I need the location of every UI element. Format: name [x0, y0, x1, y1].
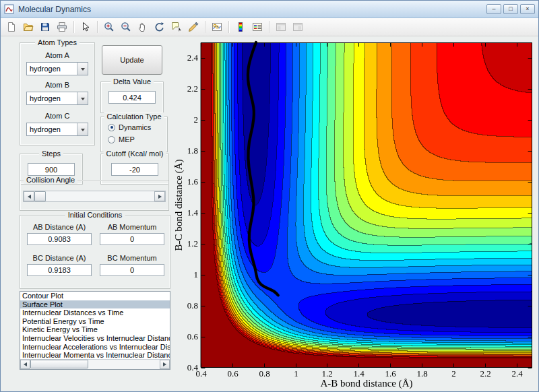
list-item[interactable]: Kinetic Energy vs Time	[20, 325, 170, 334]
scrollbar-track[interactable]	[34, 191, 154, 201]
collision-angle-scrollbar[interactable]	[23, 191, 166, 202]
cutoff-input[interactable]	[111, 163, 158, 176]
plot-type-listbox[interactable]: Contour PlotSurface PlotInternuclear Dis…	[20, 291, 170, 370]
right-arrow-icon	[158, 195, 164, 199]
open-file-button[interactable]	[20, 20, 36, 35]
radio-mep-label: MEP	[119, 135, 135, 143]
minimize-button[interactable]: –	[486, 4, 501, 14]
zoom-in-icon	[104, 22, 115, 32]
atom-c-dropdown[interactable]: hydrogen	[26, 123, 88, 136]
toolbar-separator	[269, 21, 270, 33]
maximize-button[interactable]: □	[503, 4, 518, 14]
atom-types-title: Atom Types	[35, 38, 80, 46]
steps-title: Steps	[39, 150, 63, 158]
atom-a-dropdown[interactable]: hydrogen	[26, 62, 88, 75]
window-title: Molecular Dynamics	[18, 5, 91, 14]
atom-c-label: Atom C	[20, 112, 94, 120]
pes-plot-canvas[interactable]	[173, 38, 537, 390]
close-button[interactable]: ×	[520, 4, 535, 14]
list-item[interactable]: Internuclear Momenta vs Internuclear Dis…	[20, 351, 170, 359]
left-arrow-icon	[26, 195, 31, 199]
figure-toolbar	[1, 18, 538, 36]
scrollbar-thumb[interactable]	[34, 191, 46, 201]
bc-distance-input[interactable]	[27, 264, 92, 276]
edit-plot-button[interactable]	[77, 20, 94, 35]
chevron-down-icon[interactable]	[77, 92, 88, 104]
window-controls: – □ ×	[486, 4, 535, 14]
atom-b-value: hydrogen	[27, 92, 77, 104]
listbox-horizontal-scrollbar[interactable]	[20, 359, 170, 369]
zoom-out-button[interactable]	[118, 20, 134, 35]
right-arrow-icon	[163, 362, 168, 366]
print-figure-button[interactable]	[54, 20, 70, 35]
insert-legend-button[interactable]	[249, 20, 265, 35]
show-plot-tools-icon	[292, 22, 303, 32]
scrollbar-track[interactable]	[30, 360, 160, 369]
radio-dynamics-label: Dynamics	[119, 123, 151, 131]
scrollbar-thumb[interactable]	[30, 360, 88, 368]
new-figure-button[interactable]	[3, 20, 20, 35]
save-figure-button[interactable]	[37, 20, 53, 35]
calculation-type-title: Calculation Type	[104, 112, 164, 121]
scroll-right-button[interactable]	[160, 360, 170, 369]
app-window: Molecular Dynamics – □ × Atom Types Ato	[0, 0, 539, 392]
rotate-3d-icon	[154, 22, 165, 32]
list-item[interactable]: Internuclear Distances vs Time	[20, 308, 170, 317]
chevron-down-icon[interactable]	[77, 123, 88, 135]
delta-value-input[interactable]	[108, 91, 156, 104]
legend-icon	[252, 22, 263, 32]
radio-mep[interactable]: MEP	[108, 135, 135, 143]
bc-momentum-input[interactable]	[100, 264, 164, 276]
atom-b-label: Atom B	[20, 81, 94, 89]
hand-pan-icon	[137, 22, 148, 32]
ab-distance-label: AB Distance (A)	[26, 223, 93, 231]
open-folder-icon	[23, 22, 34, 32]
toolbar-separator	[97, 21, 98, 33]
ab-momentum-input[interactable]	[100, 233, 164, 245]
list-item[interactable]: Potential Energy vs Time	[20, 317, 170, 326]
insert-colorbar-button[interactable]	[232, 20, 249, 35]
ab-momentum-label: AB Momentum	[98, 223, 166, 231]
toolbar-separator	[205, 21, 205, 33]
chevron-down-icon[interactable]	[77, 63, 88, 75]
steps-input[interactable]	[28, 163, 75, 176]
atom-b-dropdown[interactable]: hydrogen	[26, 92, 88, 105]
scroll-right-button[interactable]	[154, 191, 165, 201]
delta-value-panel: Delta Value	[100, 81, 164, 113]
collision-angle-panel: Collision Angle	[20, 180, 169, 211]
radio-dynamics[interactable]: Dynamics	[108, 123, 151, 131]
brush-icon	[188, 22, 199, 32]
data-cursor-button[interactable]	[168, 20, 185, 35]
new-document-icon	[6, 22, 17, 32]
colorbar-icon	[235, 22, 246, 32]
scroll-left-button[interactable]	[24, 191, 34, 201]
radio-mep-circle[interactable]	[108, 136, 115, 143]
collision-angle-title: Collision Angle	[24, 176, 77, 184]
brush-data-button[interactable]	[185, 20, 201, 35]
atom-a-value: hydrogen	[27, 63, 77, 75]
atom-a-label: Atom A	[20, 51, 94, 59]
update-button[interactable]: Update	[102, 45, 162, 75]
delta-value-title: Delta Value	[110, 77, 154, 86]
toolbar-separator	[228, 21, 229, 33]
show-plot-tools-button[interactable]	[290, 20, 306, 35]
list-item[interactable]: Contour Plot	[20, 292, 170, 300]
radio-dynamics-circle[interactable]	[108, 124, 115, 131]
initial-conditions-title: Initial Conditions	[65, 211, 125, 219]
app-icon	[4, 4, 14, 14]
ab-distance-input[interactable]	[27, 233, 92, 245]
bc-momentum-label: BC Momentum	[98, 254, 166, 262]
rotate-3d-button[interactable]	[152, 20, 168, 35]
data-cursor-icon	[171, 22, 182, 32]
link-plot-button[interactable]	[209, 20, 225, 35]
list-item[interactable]: Internuclear Accelerations vs Internucle…	[20, 343, 170, 352]
title-bar: Molecular Dynamics – □ ×	[1, 1, 538, 18]
scroll-left-button[interactable]	[20, 360, 30, 369]
pan-button[interactable]	[135, 20, 151, 35]
list-item[interactable]: Internuclear Velocities vs Internuclear …	[20, 334, 170, 343]
atom-types-panel: Atom Types Atom A hydrogen Atom B hydrog…	[20, 42, 95, 145]
hide-plot-tools-button[interactable]	[273, 20, 289, 35]
list-item[interactable]: Surface Plot	[20, 300, 170, 309]
save-icon	[40, 22, 51, 32]
zoom-in-button[interactable]	[101, 20, 117, 35]
